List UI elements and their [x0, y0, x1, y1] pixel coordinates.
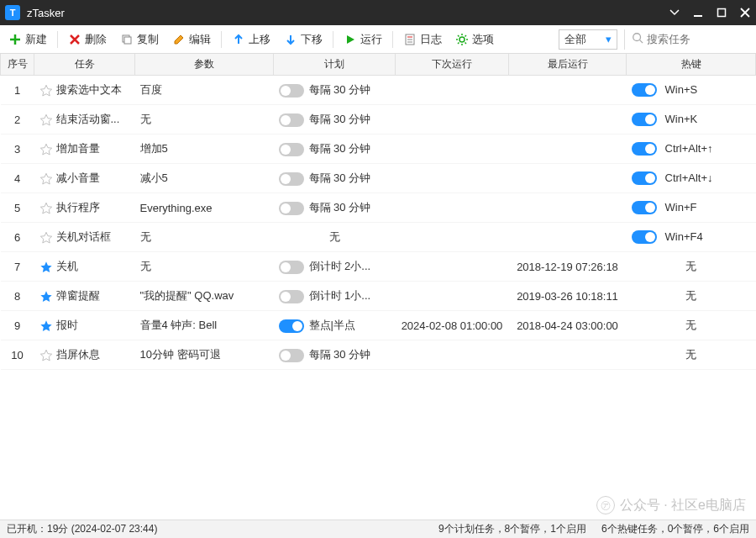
search-box[interactable]: [624, 29, 751, 50]
col-plan[interactable]: 计划: [274, 54, 396, 76]
star-icon[interactable]: [39, 290, 53, 303]
plan-text: 每隔 30 分钟: [309, 171, 371, 184]
last-run: 2018-12-19 07:26:18: [509, 252, 627, 282]
separator: [392, 31, 393, 48]
task-name: 挡屏休息: [56, 348, 100, 361]
dropdown-icon[interactable]: [669, 7, 680, 18]
play-icon: [344, 33, 357, 46]
last-run: [509, 164, 627, 193]
last-run: 2018-04-24 03:00:00: [509, 311, 627, 340]
star-icon[interactable]: [39, 231, 53, 245]
col-idx[interactable]: 序号: [1, 54, 34, 76]
task-param: 无: [135, 252, 274, 282]
plan-toggle[interactable]: [279, 290, 304, 303]
close-button[interactable]: [739, 7, 751, 18]
star-icon[interactable]: [39, 84, 53, 98]
star-icon[interactable]: [39, 143, 53, 156]
table-row[interactable]: 5执行程序Everything.exe每隔 30 分钟Win+F: [1, 193, 756, 223]
svg-line-15: [465, 42, 467, 44]
table-row[interactable]: 4减小音量减小5每隔 30 分钟Ctrl+Alt+↓: [1, 164, 756, 193]
row-index: 3: [1, 134, 34, 164]
plan-toggle[interactable]: [279, 349, 304, 362]
table-row[interactable]: 3增加音量增加5每隔 30 分钟Ctrl+Alt+↑: [1, 134, 756, 164]
table-row[interactable]: 10挡屏休息10分钟 密码可退每隔 30 分钟无: [1, 340, 756, 370]
filter-combo[interactable]: 全部 ▾: [559, 29, 617, 50]
copy-button[interactable]: 复制: [117, 30, 162, 49]
task-param: 百度: [135, 76, 274, 105]
hotkey-toggle[interactable]: [632, 113, 657, 126]
col-next[interactable]: 下次运行: [396, 54, 509, 76]
log-button[interactable]: 日志: [400, 30, 445, 49]
delete-button[interactable]: 删除: [65, 30, 110, 49]
hotkey-toggle[interactable]: [632, 230, 657, 244]
status-plan: 9个计划任务，8个暂停，1个启用: [438, 522, 586, 536]
run-button[interactable]: 运行: [340, 30, 386, 49]
next-run: [396, 193, 509, 223]
edit-button[interactable]: 编辑: [169, 30, 214, 49]
row-index: 1: [1, 76, 34, 105]
separator: [221, 31, 222, 48]
plan-toggle[interactable]: [279, 143, 304, 156]
app-title: zTasker: [27, 7, 669, 19]
next-run: [396, 76, 509, 105]
table-row[interactable]: 1搜索选中文本百度每隔 30 分钟Win+S: [1, 76, 756, 105]
delete-label: 删除: [85, 32, 107, 47]
search-input[interactable]: [647, 33, 748, 45]
task-name: 结束活动窗...: [56, 113, 120, 125]
star-icon[interactable]: [39, 202, 53, 215]
star-icon[interactable]: [39, 172, 53, 186]
movedown-label: 下移: [301, 32, 323, 47]
task-param: "我的提醒" QQ.wav: [135, 282, 274, 311]
col-param[interactable]: 参数: [135, 54, 274, 76]
svg-point-18: [633, 34, 641, 41]
task-name: 搜索选中文本: [56, 83, 122, 96]
last-run: [509, 76, 627, 105]
toolbar: 新建 删除 复制 编辑 上移 下移 运行 日志 选项 全部 ▾: [0, 25, 756, 54]
table-row[interactable]: 2结束活动窗...无每隔 30 分钟Win+K: [1, 105, 756, 134]
next-run: [396, 340, 509, 370]
next-run: 2024-02-08 01:00:00: [396, 311, 509, 340]
table-row[interactable]: 9报时音量4 钟声: Bell整点|半点2024-02-08 01:00:002…: [1, 311, 756, 340]
col-hotkey[interactable]: 热键: [627, 54, 756, 76]
star-icon[interactable]: [39, 261, 53, 274]
next-run: [396, 134, 509, 164]
delete-icon: [68, 33, 81, 46]
table-row[interactable]: 8弹窗提醒"我的提醒" QQ.wav倒计时 1小...2019-03-26 10…: [1, 282, 756, 311]
plan-toggle[interactable]: [279, 172, 304, 186]
hotkey-text: 无: [632, 288, 751, 303]
plan-toggle[interactable]: [279, 261, 304, 274]
hotkey-toggle[interactable]: [632, 171, 657, 185]
table-row[interactable]: 6关机对话框无无Win+F4: [1, 223, 756, 252]
plan-toggle[interactable]: [279, 202, 304, 215]
svg-rect-1: [718, 9, 726, 17]
next-run: [396, 105, 509, 134]
col-last[interactable]: 最后运行: [509, 54, 627, 76]
row-index: 7: [1, 252, 34, 282]
maximize-button[interactable]: [716, 7, 727, 18]
hotkey-toggle[interactable]: [632, 142, 657, 156]
star-icon[interactable]: [39, 349, 53, 362]
run-label: 运行: [360, 32, 382, 47]
table-row[interactable]: 7关机无倒计时 2小...2018-12-19 07:26:18无: [1, 252, 756, 282]
options-button[interactable]: 选项: [452, 30, 497, 49]
task-param: Everything.exe: [135, 193, 274, 223]
moveup-button[interactable]: 上移: [228, 30, 274, 49]
app-icon: T: [5, 5, 20, 20]
plan-text: 倒计时 2小...: [309, 260, 371, 272]
hotkey-toggle[interactable]: [632, 83, 657, 97]
task-param: 无: [135, 223, 274, 252]
movedown-button[interactable]: 下移: [281, 30, 326, 49]
svg-line-19: [640, 40, 643, 44]
star-icon[interactable]: [39, 113, 53, 127]
plan-toggle[interactable]: [279, 84, 304, 98]
hotkey-toggle[interactable]: [632, 201, 657, 214]
minimize-button[interactable]: [692, 7, 704, 18]
plan-toggle[interactable]: [279, 319, 304, 333]
svg-line-16: [458, 42, 459, 44]
plan-toggle[interactable]: [279, 113, 304, 127]
new-button[interactable]: 新建: [5, 30, 50, 49]
col-task[interactable]: 任务: [34, 54, 135, 76]
next-run: [396, 252, 509, 282]
star-icon[interactable]: [39, 319, 53, 333]
last-run: [509, 340, 627, 370]
